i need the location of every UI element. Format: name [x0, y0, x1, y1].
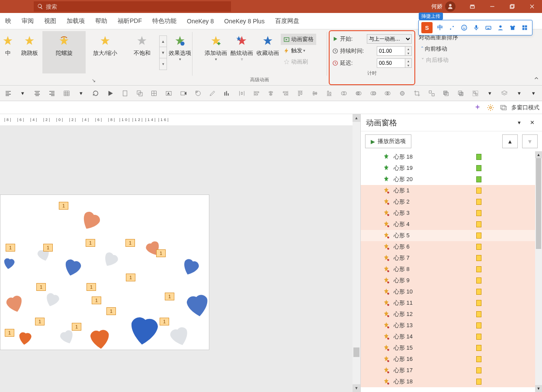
ribbon-tab[interactable]: 加载项 [61, 13, 90, 29]
timeline-bar[interactable] [476, 188, 481, 194]
play-slideshow-icon[interactable] [105, 88, 116, 99]
heart-shape[interactable] [140, 235, 167, 261]
reorder-up-button[interactable]: ▲ [502, 134, 518, 148]
animation-row[interactable]: 心形 9 [361, 275, 542, 286]
animation-index-tag[interactable]: 1 [72, 323, 81, 331]
pane-menu-icon[interactable]: ▾ [514, 118, 524, 127]
align-objects-right-icon[interactable] [280, 88, 291, 99]
ime-punct-icon[interactable] [447, 23, 457, 32]
ribbon-tab[interactable]: 视图 [39, 13, 61, 29]
bring-forward-icon[interactable] [441, 88, 452, 99]
pen-icon[interactable] [207, 88, 218, 99]
animation-row[interactable]: 心形 20 [361, 174, 542, 185]
timeline-bar[interactable] [476, 334, 481, 340]
chevron-down-icon[interactable]: ▾ [513, 88, 525, 99]
animation-index-tag[interactable]: 1 [43, 244, 53, 252]
restore-button[interactable] [502, 0, 522, 13]
chevron-down-icon[interactable]: ▾ [17, 88, 29, 99]
page-icon[interactable] [119, 88, 131, 99]
search-input[interactable] [46, 3, 228, 10]
timing-start-select[interactable]: 与上一动画… [367, 34, 412, 44]
scroll-up-icon[interactable]: ▲ [535, 151, 542, 158]
canvas-vscroll[interactable]: ▲ ▼ [353, 114, 360, 392]
timeline-bar[interactable] [476, 379, 481, 385]
timeline-bar[interactable] [476, 277, 481, 284]
ime-smiley-icon[interactable] [459, 23, 469, 32]
avatar[interactable] [445, 1, 455, 12]
ime-toolbar[interactable]: 挿捷上传 S 中 [418, 20, 532, 35]
timeline-bar[interactable] [476, 367, 481, 373]
send-backward-icon[interactable] [455, 88, 466, 99]
chart-bar-icon[interactable] [221, 88, 233, 99]
animation-index-tag[interactable]: 1 [156, 249, 166, 257]
animation-index-tag[interactable]: 1 [5, 329, 14, 337]
chevron-down-icon[interactable]: ▾ [76, 88, 87, 99]
windows-icon[interactable] [498, 102, 509, 113]
animation-row[interactable]: 心形 18 [361, 151, 542, 163]
animation-row[interactable]: 心形 19 [361, 163, 542, 174]
subtract-icon[interactable] [397, 88, 408, 99]
effect-item[interactable]: 放大/缩小 [86, 31, 125, 57]
ribbon-tab[interactable]: 帮助 [90, 13, 112, 29]
animation-row[interactable]: 心形 5 [361, 230, 542, 241]
ribbon-tab[interactable]: 特色功能 [147, 13, 182, 29]
slide-area[interactable]: |8||6||4||2||0||2||4||6||8||10||12||14||… [0, 114, 360, 392]
timeline-bar[interactable] [476, 311, 481, 317]
duplicate-icon[interactable] [134, 88, 145, 99]
align-right-icon[interactable] [46, 88, 58, 99]
align-bottom-icon[interactable] [324, 88, 335, 99]
cool-animation-button[interactable]: 酷炫动画 ▿ [229, 31, 255, 61]
ime-toolbox-icon[interactable] [520, 23, 529, 32]
heart-shape[interactable] [0, 289, 29, 318]
scroll-up-icon[interactable]: ▲ [353, 114, 360, 122]
dialog-launcher-icon[interactable]: ↘ [0, 76, 189, 84]
effect-options-button[interactable]: 效果选项 ▾ [167, 31, 193, 61]
sparkle-icon[interactable] [472, 102, 483, 113]
timeline-bar[interactable] [476, 233, 481, 239]
ribbon-tab[interactable]: OneKey 8 Plus [219, 13, 269, 29]
ungroup-icon[interactable] [426, 88, 437, 99]
animation-row[interactable]: 心形 10 [361, 286, 542, 297]
gear-icon[interactable] [485, 102, 496, 113]
reorder-down-button[interactable]: ▼ [522, 134, 538, 148]
align-left-icon[interactable] [3, 88, 14, 99]
animation-row[interactable]: 心形 17 [361, 365, 542, 376]
ribbon-display-button[interactable] [462, 0, 482, 13]
align-middle-icon[interactable] [309, 88, 321, 99]
heart-shape[interactable] [15, 328, 35, 348]
align-top-icon[interactable] [295, 88, 306, 99]
animation-row[interactable]: 心形 8 [361, 264, 542, 275]
scroll-thumb[interactable] [536, 158, 541, 249]
video-icon[interactable] [178, 88, 189, 99]
animation-index-tag[interactable]: 1 [125, 239, 135, 247]
heart-shape[interactable] [85, 323, 115, 354]
animation-index-tag[interactable]: 1 [106, 307, 116, 315]
heart-shape[interactable] [122, 307, 167, 352]
animation-row[interactable]: 心形 11 [361, 297, 542, 309]
animation-row[interactable]: 心形 16 [361, 354, 542, 365]
group-icon[interactable] [470, 88, 481, 99]
animation-row[interactable]: 心形 14 [361, 331, 542, 342]
ime-keyboard-icon[interactable] [484, 23, 493, 32]
animation-index-tag[interactable]: 1 [6, 244, 15, 252]
scroll-down-icon[interactable]: ▼ [353, 384, 360, 392]
combine-icon[interactable] [353, 88, 364, 99]
scroll-down-icon[interactable]: ▼ [535, 385, 542, 392]
timeline-bar[interactable] [476, 165, 481, 171]
rotate-icon[interactable] [90, 88, 102, 99]
pane-vscroll[interactable]: ▲ ▼ [535, 151, 542, 392]
distribute-horizontal-icon[interactable] [236, 88, 247, 99]
close-pane-icon[interactable]: ✕ [527, 118, 537, 127]
align-objects-left-icon[interactable] [251, 88, 262, 99]
close-button[interactable] [522, 0, 542, 13]
timeline-bar[interactable] [476, 210, 481, 216]
ime-cn-label[interactable]: 中 [435, 23, 445, 32]
animation-index-tag[interactable]: 1 [165, 293, 174, 300]
animation-index-tag[interactable]: 1 [160, 318, 169, 325]
heart-shape[interactable] [74, 204, 108, 237]
animation-row[interactable]: 心形 6 [361, 241, 542, 252]
animation-row[interactable]: 心形 2 [361, 196, 542, 207]
timeline-bar[interactable] [476, 176, 481, 182]
trigger-button[interactable]: 触发 ▾ [281, 45, 316, 56]
animation-index-tag[interactable]: 1 [59, 202, 68, 210]
